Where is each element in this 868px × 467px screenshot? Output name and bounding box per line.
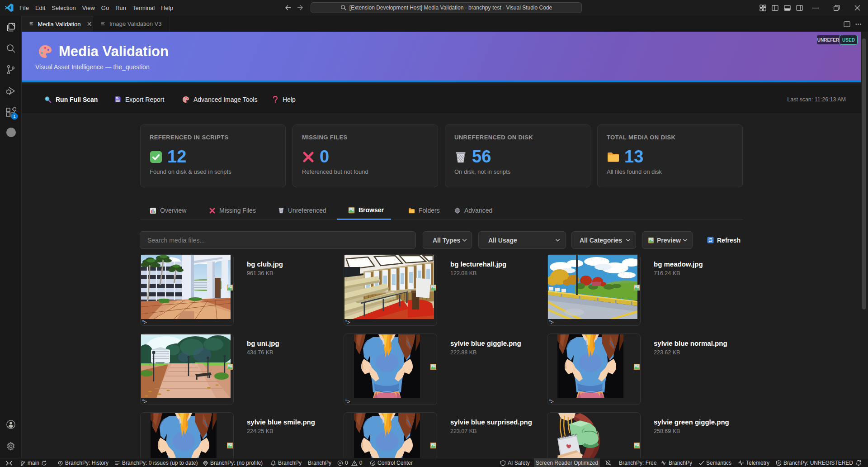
svg-text:1: 1	[13, 114, 15, 119]
